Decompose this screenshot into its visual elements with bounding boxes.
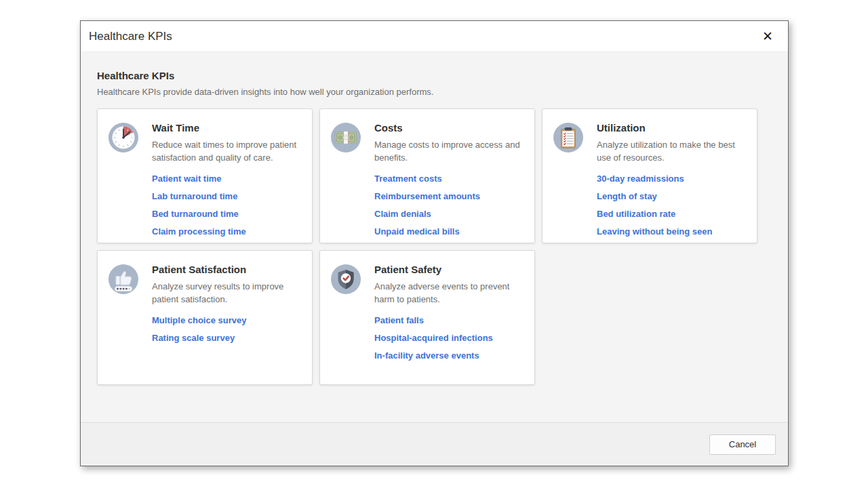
dialog-titlebar: Healthcare KPIs ✕ [81,21,788,52]
kpi-link[interactable]: Multiple choice survey [152,314,302,326]
kpi-link[interactable]: Patient wait time [152,173,302,184]
clock-icon [108,122,139,233]
clipboard-checklist-icon [553,122,584,233]
card-title: Utilization [597,122,747,134]
card-utilization: Utilization Analyze utilization to make … [542,108,757,243]
kpi-link[interactable]: In-facility adverse events [374,350,525,361]
card-title: Patient Satisfaction [152,264,302,275]
kpi-link[interactable]: Rating scale survey [152,332,302,344]
healthcare-kpis-dialog: Healthcare KPIs ✕ Healthcare KPIs Health… [80,20,789,466]
page-background: Healthcare KPIs ✕ Healthcare KPIs Health… [0,0,868,488]
money-icon [330,122,361,233]
kpi-link[interactable]: Treatment costs [374,173,525,184]
close-icon[interactable]: ✕ [760,28,776,44]
card-description: Manage costs to improve access and benef… [374,138,525,164]
kpi-link[interactable]: Unpaid medical bills [374,226,525,237]
kpi-link[interactable]: Claim denials [374,208,525,220]
kpi-link[interactable]: Patient falls [374,314,525,326]
card-description: Analyze survey results to improve patien… [152,280,302,306]
section-subtitle: Healthcare KPIs provide data-driven insi… [97,87,772,97]
card-title: Costs [374,122,525,134]
card-patient-safety: Patient Safety Analyze adverse events to… [319,250,535,385]
kpi-link[interactable]: Length of stay [597,190,747,202]
kpi-link[interactable]: Hospital-acquired infections [374,332,525,344]
card-description: Analyze utilization to make the best use… [597,138,747,164]
kpi-link[interactable]: Leaving without being seen [597,226,747,237]
kpi-card-grid: Wait Time Reduce wait times to improve p… [97,108,759,385]
shield-check-icon [330,264,361,375]
kpi-link[interactable]: Lab turnaround time [152,190,302,202]
card-costs: Costs Manage costs to improve access and… [319,108,535,243]
thumbs-up-icon [108,264,139,375]
kpi-link[interactable]: Reimbursement amounts [374,190,525,202]
dialog-footer: Cancel [81,422,788,466]
card-patient-satisfaction: Patient Satisfaction Analyze survey resu… [97,250,313,385]
card-wait-time: Wait Time Reduce wait times to improve p… [97,108,313,243]
kpi-link[interactable]: Claim processing time [152,226,302,237]
dialog-body: Healthcare KPIs Healthcare KPIs provide … [81,52,788,422]
card-title: Patient Safety [374,264,525,275]
kpi-link[interactable]: 30-day readmissions [597,173,747,184]
kpi-link[interactable]: Bed turnaround time [152,208,302,220]
card-description: Reduce wait times to improve patient sat… [152,138,302,164]
section-heading: Healthcare KPIs [97,70,772,81]
cancel-button[interactable]: Cancel [709,434,776,455]
card-title: Wait Time [152,122,302,134]
kpi-link[interactable]: Bed utilization rate [597,208,747,220]
card-description: Analyze adverse events to prevent harm t… [374,280,525,306]
dialog-title: Healthcare KPIs [89,30,172,43]
